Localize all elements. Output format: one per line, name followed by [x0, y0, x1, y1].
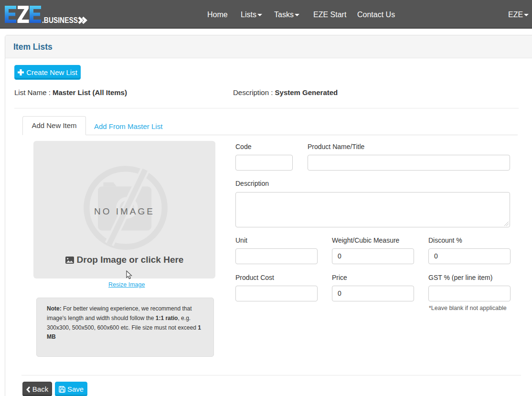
svg-text:.BUSINESS: .BUSINESS [42, 16, 78, 24]
